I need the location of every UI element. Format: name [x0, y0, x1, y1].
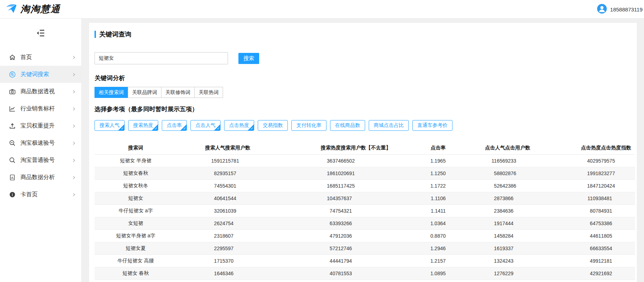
column-header: 点击热度	[538, 142, 601, 154]
value-cell: 5264	[446, 179, 505, 192]
value-cell: 444	[505, 217, 538, 229]
value-cell: 1917	[446, 217, 505, 229]
value-cell: 4078	[256, 267, 341, 279]
value-cell: 9233	[505, 154, 538, 167]
value-cell: 4991	[538, 254, 601, 267]
zoom-out-icon	[9, 139, 16, 147]
sidebar-item-label: 关键词搜索	[20, 71, 72, 78]
value-cell: 4444	[256, 254, 341, 267]
reference-option[interactable]: 搜索人气	[95, 120, 125, 131]
keyword-cell[interactable]: 牛仔短裙女 a字	[95, 204, 177, 217]
keyword-cell[interactable]: 短裙女夏	[95, 242, 177, 254]
value-cell: 607	[225, 229, 256, 242]
value-cell: 346	[225, 267, 256, 279]
analysis-tab[interactable]: 关联品牌词	[128, 87, 161, 98]
analysis-tab[interactable]: 关联修饰词	[161, 87, 195, 98]
value-cell: 23277	[601, 167, 635, 179]
keyword-cell[interactable]: 短裙女春秋	[95, 167, 177, 179]
reference-option[interactable]: 交易指数	[258, 120, 288, 131]
sidebar-collapse-icon[interactable]	[36, 28, 45, 39]
column-header: 搜索词	[95, 142, 177, 154]
value-cell: 40295	[538, 154, 601, 167]
keyword-cell[interactable]: 短裙女 春秋	[95, 267, 177, 279]
value-cell: 1619	[446, 242, 505, 254]
brand-logo-icon	[5, 3, 18, 15]
value-cell: 5880	[446, 167, 505, 179]
chevron-right-icon: ›	[72, 122, 76, 130]
keyword-cell[interactable]: 短裙女	[95, 192, 177, 204]
table-row: 女短裙2624754633932661.0364191744464753386	[95, 217, 635, 229]
reference-option[interactable]: 商城点击占比	[369, 120, 409, 131]
reference-option[interactable]: 在线商品数	[330, 120, 365, 131]
value-cell: 1646	[177, 267, 225, 279]
column-header: 点击率	[405, 142, 446, 154]
chevron-right-icon: ›	[72, 156, 76, 164]
sidebar-item-home[interactable]: 首页›	[0, 49, 81, 66]
title-accent-bar	[95, 31, 96, 38]
keyword-cell[interactable]: 短裙女 半身裙	[95, 154, 177, 167]
value-cell: 1.1722	[405, 179, 446, 192]
value-cell: 1324	[446, 254, 505, 267]
keyword-cell[interactable]: 女短裙	[95, 217, 177, 229]
reference-options: 搜索人气搜索热度点击率点击人气点击热度交易指数支付转化率在线商品数商城点击占比直…	[95, 120, 631, 131]
keyword-cell[interactable]: 短裙女半身裙 a字	[95, 229, 177, 242]
value-cell: 1.2946	[405, 242, 446, 254]
value-cell: 2181	[601, 254, 635, 267]
value-cell: 2386	[505, 179, 538, 192]
reference-option[interactable]: 搜索热度	[128, 120, 158, 131]
sidebar-item-label: 卡首页	[20, 191, 72, 198]
keyword-cell[interactable]: 短裙女秋冬	[95, 179, 177, 192]
page-title: 关键词查询	[99, 30, 131, 39]
sidebar-item-item-weight-boost[interactable]: 宝贝权重提升›	[0, 117, 81, 134]
value-cell: 8078	[538, 204, 601, 217]
value-cell: 6663	[538, 242, 601, 254]
value-cell: 1805	[601, 229, 635, 242]
user-avatar-icon[interactable]	[597, 4, 607, 15]
value-cell: 8293	[177, 167, 225, 179]
value-cell: 79575	[601, 154, 635, 167]
user-phone: 18588873119	[610, 6, 643, 13]
results-table-body: 短裙女 半身裙159121578136374665021.19651165692…	[95, 154, 635, 279]
sidebar-item-product-data-pivot[interactable]: 商品数据透视›	[0, 83, 81, 100]
sidebar-item-taobao-express-verify[interactable]: 淘宝极速验号›	[0, 134, 81, 152]
sidebar-item-taobao-normal-verify[interactable]: 淘宝普通验号›	[0, 152, 81, 169]
value-cell: 15912	[177, 154, 225, 167]
value-cell: 5157	[225, 167, 256, 179]
value-cell: 3386	[601, 217, 635, 229]
value-cell: 4292	[538, 267, 601, 279]
value-cell: 3206	[177, 204, 225, 217]
reference-option[interactable]: 点击人气	[190, 120, 221, 131]
value-cell: 284	[505, 229, 538, 242]
analysis-tab[interactable]: 关联热词	[194, 87, 223, 98]
value-cell: 2873	[446, 192, 505, 204]
sidebar-item-product-data-analysis[interactable]: 商品数据分析›	[0, 169, 81, 186]
table-row: 牛仔短裙女 a字32061039747543211.14112384636807…	[95, 204, 635, 217]
keyword-cell[interactable]: 牛仔短裙女 高腰	[95, 254, 177, 267]
reference-option[interactable]: 直通车参考价	[412, 120, 452, 131]
top-header: 淘淘慧通 18588873119	[0, 0, 644, 19]
value-cell: 7475	[256, 204, 341, 217]
sidebar-menu: 首页›关键词搜索›商品数据透视›行业销售标杆›宝贝权重提升›淘宝极速验号›淘宝普…	[0, 49, 81, 203]
sidebar-item-card-homepage[interactable]: 卡首页›	[0, 186, 81, 203]
reference-option[interactable]: 点击率	[162, 120, 187, 131]
value-cell: 1276	[446, 267, 505, 279]
table-row: 短裙女夏2295597572127461.2946161933766633554	[95, 242, 635, 254]
value-cell: 4461	[538, 229, 601, 242]
value-cell: 2746	[341, 242, 405, 254]
results-table-head: 搜索词搜索人气搜索用户数搜索热度搜索用户数【不去重】点击率点击人气点击用户数点击…	[95, 142, 635, 154]
search-button[interactable]: 搜索	[238, 53, 259, 64]
reference-option[interactable]: 点击热度	[224, 120, 254, 131]
value-cell: 66502	[341, 154, 405, 167]
reference-option[interactable]: 支付转化率	[291, 120, 326, 131]
sidebar-item-industry-sales-benchmark[interactable]: 行业销售标杆›	[0, 100, 81, 117]
value-cell: 1.0364	[405, 217, 446, 229]
table-row: 短裙女半身裙 a字2318607479120360.88701458284446…	[95, 229, 635, 242]
value-cell: 1.2157	[405, 254, 446, 267]
table-row: 短裙女406415441043576371.110628738661109384…	[95, 192, 635, 204]
sidebar-item-keyword-search[interactable]: 关键词搜索›	[0, 66, 81, 83]
analysis-tab[interactable]: 相关搜索词	[95, 87, 128, 98]
sidebar-item-label: 首页	[20, 54, 72, 61]
keyword-search-input[interactable]	[95, 52, 228, 64]
table-row: 短裙女秋冬7455430116851174251.172252642386184…	[95, 179, 635, 192]
column-header: 点击人气	[446, 142, 505, 154]
